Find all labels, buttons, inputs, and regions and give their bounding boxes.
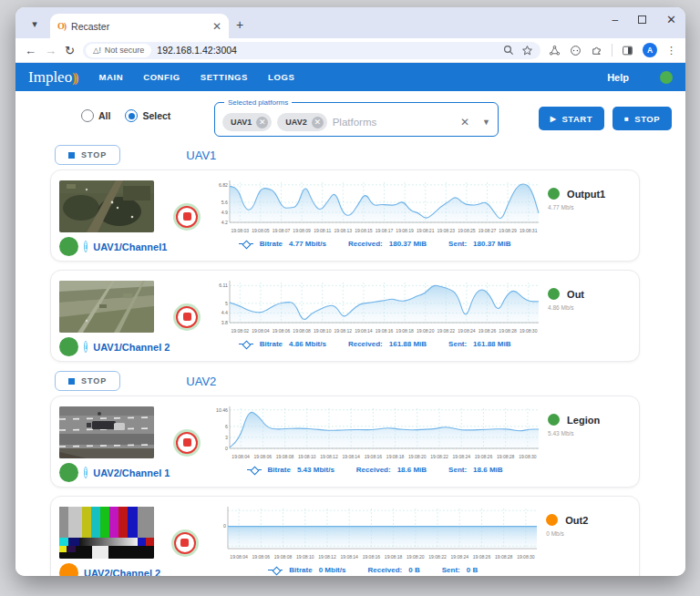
platform-chip-uav1[interactable]: UAV1 ✕ bbox=[222, 113, 272, 131]
impleo-logo: Impleo)) bbox=[28, 68, 77, 87]
svg-text:19:08:07: 19:08:07 bbox=[273, 228, 291, 233]
nav-main[interactable]: MAIN bbox=[98, 72, 123, 82]
channel-link[interactable]: UAV1/Channel1 bbox=[93, 241, 167, 252]
stop-button[interactable]: ■STOP bbox=[612, 107, 672, 130]
back-button[interactable]: ← bbox=[25, 45, 36, 57]
window-minimize-button[interactable]: – bbox=[612, 14, 618, 26]
svg-text:4.4: 4.4 bbox=[221, 310, 228, 315]
info-icon[interactable]: i bbox=[84, 467, 88, 478]
video-thumbnail-colorbars[interactable] bbox=[59, 507, 154, 559]
not-secure-chip[interactable]: △! Not secure bbox=[86, 44, 151, 57]
svg-text:19:08:20: 19:08:20 bbox=[408, 454, 427, 459]
svg-text:19:08:20: 19:08:20 bbox=[407, 554, 425, 560]
svg-text:19:08:02: 19:08:02 bbox=[232, 328, 250, 334]
svg-text:19:08:24: 19:08:24 bbox=[458, 328, 476, 334]
svg-text:3.8: 3.8 bbox=[221, 320, 228, 325]
output-info: Out2 0 Mb/s bbox=[540, 503, 633, 576]
platforms-legend: Selected platforms bbox=[224, 98, 292, 107]
svg-text:19:08:17: 19:08:17 bbox=[376, 228, 394, 233]
browser-toolbar: ← → ↻ △! Not secure 192.168.1.42:3004 bbox=[15, 38, 685, 63]
channel-link[interactable]: UAV2/Channel 1 bbox=[93, 468, 170, 478]
svg-text:19:08:13: 19:08:13 bbox=[335, 228, 353, 233]
radio-select-circle[interactable] bbox=[125, 109, 138, 122]
clear-selection-icon[interactable]: ✕ bbox=[460, 116, 469, 128]
start-button[interactable]: ▶START bbox=[539, 107, 604, 130]
stop-record-button[interactable] bbox=[176, 432, 198, 454]
video-thumbnail[interactable] bbox=[59, 180, 154, 232]
url-text[interactable]: 192.168.1.42:3004 bbox=[157, 45, 237, 56]
not-secure-label: Not secure bbox=[105, 46, 145, 55]
zoom-icon[interactable] bbox=[503, 45, 514, 56]
video-thumbnail[interactable] bbox=[59, 281, 154, 333]
chip-remove-icon[interactable]: ✕ bbox=[312, 117, 324, 128]
svg-text:19:08:24: 19:08:24 bbox=[451, 554, 469, 560]
nav-settings[interactable]: SETTINGS bbox=[201, 72, 248, 82]
radio-select[interactable]: Select bbox=[125, 109, 170, 122]
forward-button[interactable]: → bbox=[45, 45, 57, 57]
side-panel-icon[interactable] bbox=[622, 45, 633, 57]
reload-button[interactable]: ↻ bbox=[65, 45, 75, 57]
radio-all[interactable]: All bbox=[81, 109, 110, 122]
info-icon[interactable]: i bbox=[84, 241, 88, 252]
svg-text:19:08:14: 19:08:14 bbox=[341, 554, 359, 560]
channel-stats: Bitrate4.86 Mbit/s Received:161.88 MiB S… bbox=[207, 340, 542, 348]
svg-text:19:08:12: 19:08:12 bbox=[320, 454, 338, 459]
video-thumbnail[interactable] bbox=[59, 406, 154, 458]
stop-record-square-icon bbox=[183, 438, 191, 447]
info-icon[interactable]: i bbox=[84, 341, 88, 353]
svg-text:6.82: 6.82 bbox=[219, 182, 228, 188]
new-tab-button[interactable]: + bbox=[236, 17, 243, 32]
svg-text:10.46: 10.46 bbox=[216, 407, 228, 413]
svg-text:19:08:11: 19:08:11 bbox=[314, 228, 331, 233]
browser-window: ▾ O) Recaster ✕ + – ✕ ← → ↻ △! Not secur… bbox=[15, 7, 685, 576]
controls-row: All Select Selected platforms UAV1 ✕ UAV… bbox=[15, 102, 685, 139]
svg-text:19:08:22: 19:08:22 bbox=[430, 454, 448, 459]
window-maximize-button[interactable] bbox=[638, 15, 646, 24]
window-close-button[interactable]: ✕ bbox=[666, 13, 676, 26]
nav-config[interactable]: CONFIG bbox=[143, 72, 180, 82]
svg-text:19:08:28: 19:08:28 bbox=[495, 554, 513, 560]
platforms-multiselect[interactable]: Selected platforms UAV1 ✕ UAV2 ✕ Platfor… bbox=[214, 102, 499, 137]
help-link[interactable]: Help bbox=[607, 72, 629, 83]
svg-text:19:08:27: 19:08:27 bbox=[479, 228, 497, 233]
output-info: Out 4.86 Mb/s bbox=[542, 277, 633, 356]
profile-avatar[interactable]: A bbox=[643, 43, 657, 57]
chip-remove-icon[interactable]: ✕ bbox=[256, 117, 268, 128]
svg-text:19:08:03: 19:08:03 bbox=[232, 228, 250, 233]
channel-link[interactable]: UAV1/Channel 2 bbox=[93, 342, 170, 353]
svg-text:19:08:22: 19:08:22 bbox=[438, 328, 456, 334]
channel-link[interactable]: UAV2/Channel 2 bbox=[84, 568, 160, 577]
tab-search-chevron-icon[interactable]: ▾ bbox=[25, 14, 45, 34]
svg-text:19:08:06: 19:08:06 bbox=[273, 328, 291, 334]
uav2-stop-button[interactable]: STOP bbox=[55, 371, 120, 391]
stop-record-button[interactable] bbox=[176, 206, 198, 228]
channel-card-uav1-ch1: i UAV1/Channel1 6.825.64.94.219:08:0319:… bbox=[50, 170, 640, 262]
address-bar[interactable]: △! Not secure 192.168.1.42:3004 bbox=[83, 42, 540, 59]
browser-menu-icon[interactable]: ⋮ bbox=[666, 45, 676, 57]
output-status-dot bbox=[546, 514, 558, 526]
stop-icon: ■ bbox=[624, 115, 629, 123]
svg-text:19:08:26: 19:08:26 bbox=[473, 554, 491, 560]
uav1-stop-button[interactable]: STOP bbox=[55, 145, 120, 165]
platform-chip-uav2[interactable]: UAV2 ✕ bbox=[277, 113, 326, 131]
svg-text:19:08:30: 19:08:30 bbox=[520, 328, 538, 334]
page-content: All Select Selected platforms UAV1 ✕ UAV… bbox=[15, 91, 685, 576]
stop-record-button[interactable] bbox=[176, 306, 198, 328]
browser-tab-strip: ▾ O) Recaster ✕ + – ✕ bbox=[15, 7, 685, 38]
password-check-icon[interactable] bbox=[570, 45, 582, 57]
tab-close-icon[interactable]: ✕ bbox=[212, 21, 221, 32]
logo-mark-icon: )) bbox=[72, 71, 77, 85]
chevron-down-icon[interactable]: ▼ bbox=[482, 118, 490, 127]
extensions-puzzle-icon[interactable] bbox=[591, 45, 602, 57]
platforms-placeholder[interactable]: Platforms bbox=[333, 117, 455, 128]
desktop-background: ▾ O) Recaster ✕ + – ✕ ← → ↻ △! Not secur… bbox=[0, 0, 700, 596]
radio-all-circle[interactable] bbox=[81, 109, 94, 122]
share-hub-icon[interactable] bbox=[549, 45, 561, 57]
svg-text:19:08:10: 19:08:10 bbox=[296, 554, 314, 560]
stop-record-button[interactable] bbox=[174, 532, 196, 554]
bookmark-star-icon[interactable] bbox=[521, 45, 533, 57]
stop-record-square-icon bbox=[180, 539, 189, 547]
bitrate-chart: 6.1154.43.819:08:0219:08:0419:08:0619:08… bbox=[207, 279, 542, 337]
nav-logs[interactable]: LOGS bbox=[268, 72, 294, 82]
browser-tab[interactable]: O) Recaster ✕ bbox=[50, 14, 229, 38]
